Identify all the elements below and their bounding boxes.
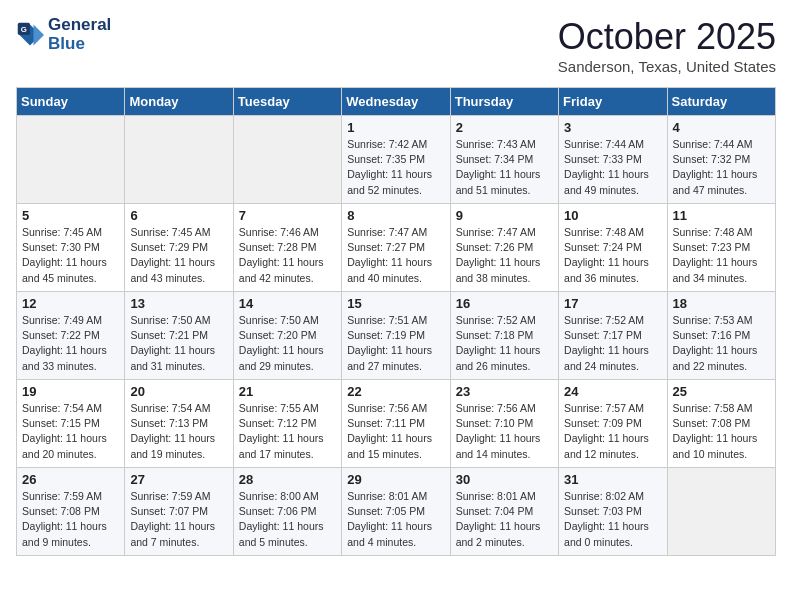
cell-content: Sunrise: 7:54 AM Sunset: 7:13 PM Dayligh… bbox=[130, 401, 227, 462]
calendar-cell: 10Sunrise: 7:48 AM Sunset: 7:24 PM Dayli… bbox=[559, 204, 667, 292]
cell-content: Sunrise: 7:45 AM Sunset: 7:30 PM Dayligh… bbox=[22, 225, 119, 286]
calendar-cell: 27Sunrise: 7:59 AM Sunset: 7:07 PM Dayli… bbox=[125, 468, 233, 556]
svg-text:G: G bbox=[21, 25, 27, 34]
cell-content: Sunrise: 7:42 AM Sunset: 7:35 PM Dayligh… bbox=[347, 137, 444, 198]
calendar-cell bbox=[125, 116, 233, 204]
location-title: Sanderson, Texas, United States bbox=[558, 58, 776, 75]
title-block: October 2025 Sanderson, Texas, United St… bbox=[558, 16, 776, 75]
cell-content: Sunrise: 7:59 AM Sunset: 7:07 PM Dayligh… bbox=[130, 489, 227, 550]
day-number: 12 bbox=[22, 296, 119, 311]
day-number: 23 bbox=[456, 384, 553, 399]
day-number: 28 bbox=[239, 472, 336, 487]
day-header-tuesday: Tuesday bbox=[233, 88, 341, 116]
calendar-cell: 2Sunrise: 7:43 AM Sunset: 7:34 PM Daylig… bbox=[450, 116, 558, 204]
page-header: G General Blue October 2025 Sanderson, T… bbox=[16, 16, 776, 75]
calendar-cell: 19Sunrise: 7:54 AM Sunset: 7:15 PM Dayli… bbox=[17, 380, 125, 468]
day-number: 19 bbox=[22, 384, 119, 399]
day-number: 25 bbox=[673, 384, 770, 399]
calendar-cell bbox=[667, 468, 775, 556]
logo: G General Blue bbox=[16, 16, 111, 53]
calendar-cell: 26Sunrise: 7:59 AM Sunset: 7:08 PM Dayli… bbox=[17, 468, 125, 556]
cell-content: Sunrise: 7:56 AM Sunset: 7:11 PM Dayligh… bbox=[347, 401, 444, 462]
day-number: 5 bbox=[22, 208, 119, 223]
calendar-cell: 18Sunrise: 7:53 AM Sunset: 7:16 PM Dayli… bbox=[667, 292, 775, 380]
calendar-cell: 7Sunrise: 7:46 AM Sunset: 7:28 PM Daylig… bbox=[233, 204, 341, 292]
day-number: 27 bbox=[130, 472, 227, 487]
calendar-cell: 14Sunrise: 7:50 AM Sunset: 7:20 PM Dayli… bbox=[233, 292, 341, 380]
calendar-week-row: 12Sunrise: 7:49 AM Sunset: 7:22 PM Dayli… bbox=[17, 292, 776, 380]
day-header-saturday: Saturday bbox=[667, 88, 775, 116]
logo-blue: Blue bbox=[48, 35, 111, 54]
day-number: 3 bbox=[564, 120, 661, 135]
day-number: 15 bbox=[347, 296, 444, 311]
cell-content: Sunrise: 7:55 AM Sunset: 7:12 PM Dayligh… bbox=[239, 401, 336, 462]
calendar-cell: 1Sunrise: 7:42 AM Sunset: 7:35 PM Daylig… bbox=[342, 116, 450, 204]
calendar-cell: 17Sunrise: 7:52 AM Sunset: 7:17 PM Dayli… bbox=[559, 292, 667, 380]
day-number: 13 bbox=[130, 296, 227, 311]
day-number: 24 bbox=[564, 384, 661, 399]
day-number: 26 bbox=[22, 472, 119, 487]
calendar-cell: 11Sunrise: 7:48 AM Sunset: 7:23 PM Dayli… bbox=[667, 204, 775, 292]
calendar-cell: 4Sunrise: 7:44 AM Sunset: 7:32 PM Daylig… bbox=[667, 116, 775, 204]
day-header-wednesday: Wednesday bbox=[342, 88, 450, 116]
calendar-cell: 3Sunrise: 7:44 AM Sunset: 7:33 PM Daylig… bbox=[559, 116, 667, 204]
cell-content: Sunrise: 8:00 AM Sunset: 7:06 PM Dayligh… bbox=[239, 489, 336, 550]
day-number: 29 bbox=[347, 472, 444, 487]
cell-content: Sunrise: 7:47 AM Sunset: 7:27 PM Dayligh… bbox=[347, 225, 444, 286]
calendar-cell: 15Sunrise: 7:51 AM Sunset: 7:19 PM Dayli… bbox=[342, 292, 450, 380]
day-number: 30 bbox=[456, 472, 553, 487]
cell-content: Sunrise: 7:48 AM Sunset: 7:24 PM Dayligh… bbox=[564, 225, 661, 286]
calendar-cell: 21Sunrise: 7:55 AM Sunset: 7:12 PM Dayli… bbox=[233, 380, 341, 468]
cell-content: Sunrise: 7:46 AM Sunset: 7:28 PM Dayligh… bbox=[239, 225, 336, 286]
cell-content: Sunrise: 7:43 AM Sunset: 7:34 PM Dayligh… bbox=[456, 137, 553, 198]
cell-content: Sunrise: 8:01 AM Sunset: 7:04 PM Dayligh… bbox=[456, 489, 553, 550]
calendar-week-row: 19Sunrise: 7:54 AM Sunset: 7:15 PM Dayli… bbox=[17, 380, 776, 468]
generalblue-logo-icon: G bbox=[16, 21, 44, 49]
day-number: 22 bbox=[347, 384, 444, 399]
cell-content: Sunrise: 7:58 AM Sunset: 7:08 PM Dayligh… bbox=[673, 401, 770, 462]
day-number: 14 bbox=[239, 296, 336, 311]
calendar-cell: 31Sunrise: 8:02 AM Sunset: 7:03 PM Dayli… bbox=[559, 468, 667, 556]
day-number: 8 bbox=[347, 208, 444, 223]
cell-content: Sunrise: 7:48 AM Sunset: 7:23 PM Dayligh… bbox=[673, 225, 770, 286]
day-number: 31 bbox=[564, 472, 661, 487]
day-number: 20 bbox=[130, 384, 227, 399]
day-number: 6 bbox=[130, 208, 227, 223]
calendar-cell: 30Sunrise: 8:01 AM Sunset: 7:04 PM Dayli… bbox=[450, 468, 558, 556]
cell-content: Sunrise: 8:02 AM Sunset: 7:03 PM Dayligh… bbox=[564, 489, 661, 550]
cell-content: Sunrise: 7:52 AM Sunset: 7:18 PM Dayligh… bbox=[456, 313, 553, 374]
calendar-week-row: 5Sunrise: 7:45 AM Sunset: 7:30 PM Daylig… bbox=[17, 204, 776, 292]
cell-content: Sunrise: 7:50 AM Sunset: 7:20 PM Dayligh… bbox=[239, 313, 336, 374]
cell-content: Sunrise: 7:49 AM Sunset: 7:22 PM Dayligh… bbox=[22, 313, 119, 374]
svg-marker-1 bbox=[34, 24, 45, 45]
cell-content: Sunrise: 7:44 AM Sunset: 7:32 PM Dayligh… bbox=[673, 137, 770, 198]
cell-content: Sunrise: 7:56 AM Sunset: 7:10 PM Dayligh… bbox=[456, 401, 553, 462]
day-number: 4 bbox=[673, 120, 770, 135]
day-number: 16 bbox=[456, 296, 553, 311]
cell-content: Sunrise: 7:52 AM Sunset: 7:17 PM Dayligh… bbox=[564, 313, 661, 374]
day-number: 10 bbox=[564, 208, 661, 223]
calendar-table: SundayMondayTuesdayWednesdayThursdayFrid… bbox=[16, 87, 776, 556]
cell-content: Sunrise: 7:54 AM Sunset: 7:15 PM Dayligh… bbox=[22, 401, 119, 462]
calendar-cell: 29Sunrise: 8:01 AM Sunset: 7:05 PM Dayli… bbox=[342, 468, 450, 556]
day-header-thursday: Thursday bbox=[450, 88, 558, 116]
day-number: 11 bbox=[673, 208, 770, 223]
calendar-cell: 6Sunrise: 7:45 AM Sunset: 7:29 PM Daylig… bbox=[125, 204, 233, 292]
calendar-cell bbox=[17, 116, 125, 204]
day-header-friday: Friday bbox=[559, 88, 667, 116]
calendar-header-row: SundayMondayTuesdayWednesdayThursdayFrid… bbox=[17, 88, 776, 116]
cell-content: Sunrise: 7:45 AM Sunset: 7:29 PM Dayligh… bbox=[130, 225, 227, 286]
calendar-week-row: 26Sunrise: 7:59 AM Sunset: 7:08 PM Dayli… bbox=[17, 468, 776, 556]
cell-content: Sunrise: 7:53 AM Sunset: 7:16 PM Dayligh… bbox=[673, 313, 770, 374]
cell-content: Sunrise: 7:47 AM Sunset: 7:26 PM Dayligh… bbox=[456, 225, 553, 286]
calendar-cell: 8Sunrise: 7:47 AM Sunset: 7:27 PM Daylig… bbox=[342, 204, 450, 292]
calendar-cell: 16Sunrise: 7:52 AM Sunset: 7:18 PM Dayli… bbox=[450, 292, 558, 380]
cell-content: Sunrise: 8:01 AM Sunset: 7:05 PM Dayligh… bbox=[347, 489, 444, 550]
calendar-body: 1Sunrise: 7:42 AM Sunset: 7:35 PM Daylig… bbox=[17, 116, 776, 556]
calendar-cell: 28Sunrise: 8:00 AM Sunset: 7:06 PM Dayli… bbox=[233, 468, 341, 556]
calendar-cell: 12Sunrise: 7:49 AM Sunset: 7:22 PM Dayli… bbox=[17, 292, 125, 380]
cell-content: Sunrise: 7:50 AM Sunset: 7:21 PM Dayligh… bbox=[130, 313, 227, 374]
calendar-cell: 23Sunrise: 7:56 AM Sunset: 7:10 PM Dayli… bbox=[450, 380, 558, 468]
calendar-cell bbox=[233, 116, 341, 204]
cell-content: Sunrise: 7:57 AM Sunset: 7:09 PM Dayligh… bbox=[564, 401, 661, 462]
